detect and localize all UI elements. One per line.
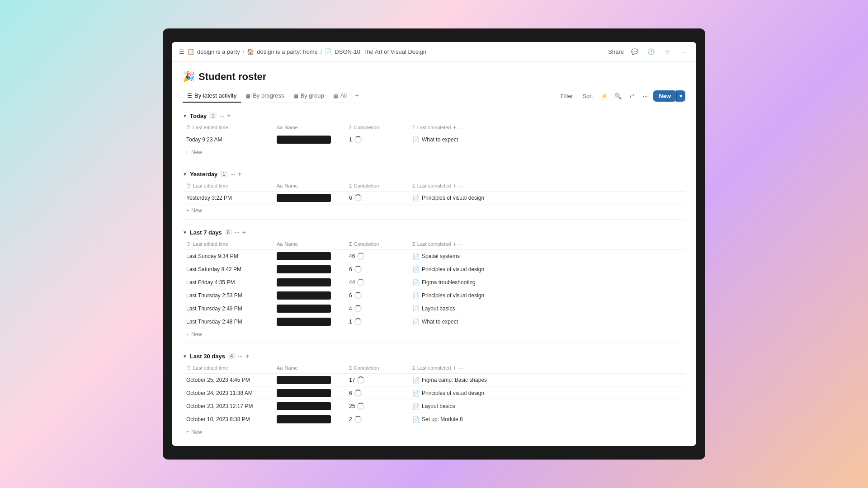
col-name-last7: Aa Name bbox=[273, 239, 345, 250]
name-bar-l30-2 bbox=[273, 400, 345, 413]
section-last30-dots[interactable]: ··· bbox=[238, 353, 243, 360]
new-button-chevron[interactable]: ▾ bbox=[676, 90, 685, 102]
doc-icon-l7-1: 📄 bbox=[412, 266, 420, 273]
section-today-dots[interactable]: ··· bbox=[219, 113, 224, 119]
col-name-yesterday: Aa Name bbox=[273, 180, 345, 192]
completion-l7-3: 6 bbox=[345, 289, 409, 302]
section-last7-dots[interactable]: ··· bbox=[235, 229, 240, 236]
spinner-l30-0 bbox=[357, 376, 364, 384]
col-completion-today: Σ Completion bbox=[345, 122, 409, 133]
col-more-today[interactable]: ··· bbox=[458, 124, 463, 131]
tab-group-label: By group bbox=[301, 92, 324, 99]
section-yesterday-label: Yesterday bbox=[190, 171, 217, 178]
share-button[interactable]: Share bbox=[608, 48, 624, 55]
clock-icon[interactable]: 🕐 bbox=[646, 47, 656, 57]
divider-2 bbox=[183, 219, 685, 220]
add-new-today-plus: + bbox=[186, 149, 189, 155]
table-row: October 25, 2023 4:45 PM 17 📄 bbox=[183, 374, 685, 387]
breadcrumb-1-label[interactable]: design is a party bbox=[197, 48, 240, 55]
add-new-last30[interactable]: + New bbox=[183, 427, 685, 437]
section-last7-count: 6 bbox=[225, 229, 232, 235]
col-more-yesterday[interactable]: ··· bbox=[458, 183, 463, 189]
today-table: ⏱ Last edited time Aa Name bbox=[183, 122, 685, 146]
more-icon[interactable]: ··· bbox=[678, 47, 689, 57]
tab-latest-activity[interactable]: ☰ By latest activity bbox=[183, 89, 241, 103]
tab-by-group[interactable]: ▦ By group bbox=[289, 89, 329, 103]
name-bar-l7-1 bbox=[273, 263, 345, 276]
section-today-count: 1 bbox=[209, 113, 217, 119]
doc-icon-l7-4: 📄 bbox=[412, 305, 420, 312]
completion-l7-0: 46 bbox=[345, 250, 409, 263]
last-completed-l30-3: 📄 Set up: Module 8 bbox=[409, 413, 685, 426]
col-more-last30[interactable]: ··· bbox=[458, 365, 463, 371]
section-yesterday: ▼ Yesterday 1 ··· + ⏱ Last edited time bbox=[183, 169, 685, 216]
col-time-last30: ⏱ Last edited time bbox=[183, 362, 273, 374]
search-icon[interactable]: 🔍 bbox=[613, 91, 623, 102]
name-col-icon-y: Aa bbox=[277, 183, 283, 188]
section-last7-label: Last 7 days bbox=[190, 229, 222, 236]
add-new-last7[interactable]: + New bbox=[183, 329, 685, 339]
doc-icon-l7-0: 📄 bbox=[412, 253, 420, 260]
section-today-label: Today bbox=[190, 113, 207, 119]
col-add-today[interactable]: + bbox=[453, 124, 456, 131]
sort-button[interactable]: Sort bbox=[579, 91, 596, 101]
last30-table: ⏱ Last edited time Aa Name bbox=[183, 362, 685, 426]
name-bar-l30-1 bbox=[273, 387, 345, 400]
section-yesterday-dots[interactable]: ··· bbox=[230, 171, 235, 178]
last-completed-yesterday-0: 📄 Principles of visual design bbox=[409, 192, 685, 205]
name-bar-l7-5 bbox=[273, 315, 345, 328]
section-today-plus[interactable]: + bbox=[227, 112, 231, 119]
section-yesterday-count: 1 bbox=[220, 171, 227, 177]
doc-icon-l30-0: 📄 bbox=[412, 377, 420, 384]
breadcrumb-2-label[interactable]: design is a party: home bbox=[257, 48, 317, 55]
name-bar-l7-3 bbox=[273, 289, 345, 302]
col-last-last7: Σ Last completed + ··· bbox=[409, 239, 685, 250]
new-button[interactable]: New bbox=[653, 90, 676, 102]
time-l7-4: Last Thursday 2:49 PM bbox=[183, 302, 273, 315]
col-more-last7[interactable]: ··· bbox=[458, 241, 463, 248]
col-last-yesterday: Σ Last completed + ··· bbox=[409, 180, 685, 192]
topbar-left: ☰ 📋 design is a party / 🏠 design is a pa… bbox=[179, 48, 426, 55]
add-new-last30-plus: + bbox=[186, 429, 189, 435]
section-last7-plus[interactable]: + bbox=[242, 229, 246, 236]
section-last30-header[interactable]: ▼ Last 30 days 4 ··· + bbox=[183, 351, 685, 361]
section-yesterday-header[interactable]: ▼ Yesterday 1 ··· + bbox=[183, 169, 685, 179]
doc-icon-today-0: 📄 bbox=[412, 136, 420, 143]
completion-l7-1: 6 bbox=[345, 263, 409, 276]
comment-icon[interactable]: 💬 bbox=[629, 47, 640, 57]
col-add-last30[interactable]: + bbox=[453, 364, 456, 371]
section-last7-header[interactable]: ▼ Last 7 days 6 ··· + bbox=[183, 227, 685, 238]
col-time-last7: ⏱ Last edited time bbox=[183, 239, 273, 250]
section-last30-plus[interactable]: + bbox=[245, 352, 249, 360]
section-yesterday-plus[interactable]: + bbox=[238, 170, 241, 178]
lightning-icon[interactable]: ⚡ bbox=[599, 91, 610, 102]
spinner-l30-1 bbox=[354, 389, 362, 397]
breadcrumb-1-icon: 📋 bbox=[187, 48, 194, 55]
tab-group-icon: ▦ bbox=[293, 93, 298, 99]
app-window: ☰ 📋 design is a party / 🏠 design is a pa… bbox=[172, 42, 696, 446]
breadcrumb-3-label[interactable]: DSGN-10: The Art of Visual Design bbox=[335, 48, 426, 55]
tab-all-label: All bbox=[340, 92, 347, 99]
col-add-last7[interactable]: + bbox=[453, 240, 456, 248]
table-row: Last Saturday 8:42 PM 6 📄 bbox=[183, 263, 685, 276]
section-last7: ▼ Last 7 days 6 ··· + ⏱ Last edited time bbox=[183, 227, 685, 339]
last7-table: ⏱ Last edited time Aa Name bbox=[183, 239, 685, 328]
completion-yesterday-0: 6 bbox=[345, 192, 409, 205]
spinner-yesterday-0 bbox=[354, 194, 362, 202]
spinner-l7-2 bbox=[357, 279, 364, 286]
layout-icon[interactable]: ⇄ bbox=[626, 91, 637, 102]
col-add-yesterday[interactable]: + bbox=[453, 182, 456, 189]
section-today-header[interactable]: ▼ Today 1 ··· + bbox=[183, 110, 685, 121]
star-icon[interactable]: ☆ bbox=[662, 47, 673, 57]
tab-by-progress[interactable]: ▦ By progress bbox=[241, 89, 288, 103]
tab-all[interactable]: ▦ All bbox=[329, 89, 351, 103]
more-options-icon[interactable]: ··· bbox=[640, 91, 651, 102]
filter-button[interactable]: Filter bbox=[557, 91, 577, 101]
table-row: Last Friday 4:35 PM 44 📄 bbox=[183, 276, 685, 289]
add-new-yesterday[interactable]: + New bbox=[183, 206, 685, 216]
time-l7-2: Last Friday 4:35 PM bbox=[183, 276, 273, 289]
divider-3 bbox=[183, 343, 685, 343]
add-tab-button[interactable]: + bbox=[351, 89, 363, 103]
add-new-today[interactable]: + New bbox=[183, 147, 685, 157]
hamburger-icon[interactable]: ☰ bbox=[179, 48, 184, 55]
